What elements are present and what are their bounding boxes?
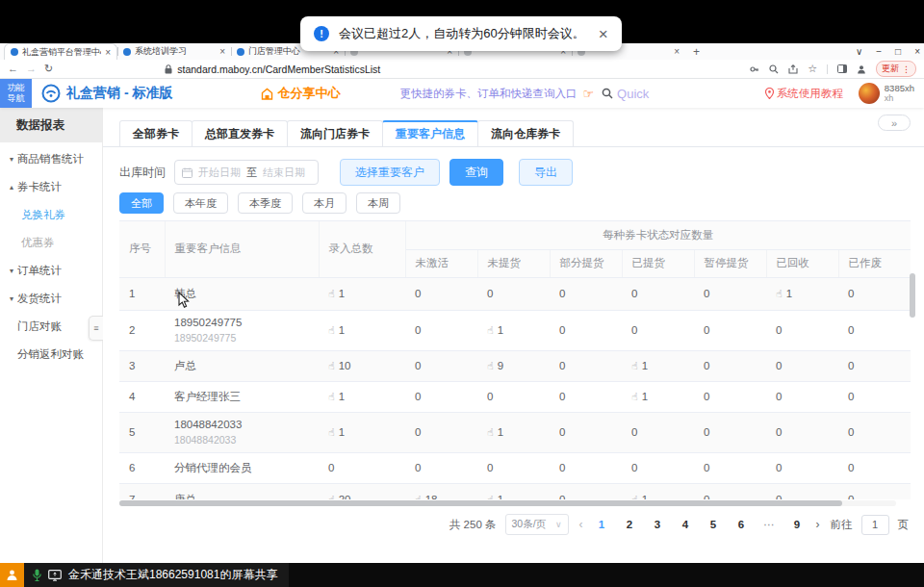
table-row: 6分销代理的会员00000000 bbox=[119, 452, 911, 483]
forward-icon[interactable]: → bbox=[26, 64, 37, 74]
user-avatar[interactable] bbox=[859, 83, 880, 104]
sidebar-item[interactable]: ▾订单统计 bbox=[0, 257, 102, 285]
browser-update-button[interactable]: 更新 ⋮ bbox=[876, 61, 916, 77]
goto-page-input[interactable]: 1 bbox=[861, 515, 889, 535]
vertical-scrollbar-thumb[interactable] bbox=[910, 273, 915, 318]
start-date-placeholder: 开始日期 bbox=[198, 166, 241, 180]
key-icon[interactable] bbox=[750, 64, 759, 74]
bookmark-star-icon[interactable]: ☆ bbox=[808, 64, 817, 74]
prev-page-button[interactable]: ‹ bbox=[578, 518, 585, 531]
tab-close-icon[interactable]: × bbox=[219, 46, 225, 57]
sidebar-item[interactable]: 兑换礼券 bbox=[0, 201, 102, 229]
count-link[interactable]: ☝1 bbox=[631, 391, 648, 402]
sidebar-item[interactable]: 分销返利对账 bbox=[0, 341, 102, 369]
count-link[interactable]: ☝1 bbox=[776, 288, 792, 299]
tab-overflow-button[interactable]: » bbox=[878, 115, 911, 131]
next-page-button[interactable]: › bbox=[814, 518, 822, 531]
customer-name: 18950249775 bbox=[174, 317, 319, 329]
count-link[interactable]: ☝1 bbox=[487, 494, 503, 500]
content-tab[interactable]: 总部直发券卡 bbox=[192, 120, 288, 146]
count-link[interactable]: ☝20 bbox=[328, 494, 351, 500]
window-menu-icon[interactable]: ∨ bbox=[856, 46, 862, 57]
page-size-select[interactable]: 30条/页 ∨ bbox=[505, 514, 569, 535]
content-tab[interactable]: 流向仓库券卡 bbox=[477, 120, 574, 146]
date-range-input[interactable]: 开始日期 至 结束日期 bbox=[174, 160, 319, 185]
hand-pointer-icon: ☝ bbox=[487, 426, 494, 438]
customer-name: 18048842033 bbox=[174, 419, 319, 431]
page-number[interactable]: 6 bbox=[733, 519, 750, 530]
cell-count: 0 bbox=[838, 412, 911, 452]
quick-range-button[interactable]: 本周 bbox=[356, 192, 400, 214]
cell-no: 6 bbox=[119, 452, 165, 483]
count-link[interactable]: ☝10 bbox=[328, 360, 351, 371]
page-number[interactable]: 4 bbox=[678, 519, 694, 530]
count-link[interactable]: ☝9 bbox=[487, 360, 503, 371]
address-field[interactable]: standard.maboy.cn/CardMemberStatisticsLi… bbox=[165, 61, 742, 78]
count-value: 9 bbox=[498, 360, 503, 371]
pointing-hand-icon: ☞ bbox=[582, 87, 594, 101]
query-button[interactable]: 查询 bbox=[449, 159, 503, 186]
hand-pointer-icon: ☝ bbox=[415, 494, 422, 500]
count-link[interactable]: ☝1 bbox=[487, 324, 503, 336]
window-minimize-button[interactable]: − bbox=[876, 46, 882, 57]
select-customer-button[interactable]: 选择重要客户 bbox=[340, 159, 440, 186]
window-close-button[interactable]: × bbox=[914, 46, 920, 57]
count-link[interactable]: ☝1 bbox=[328, 391, 345, 402]
new-tab-button[interactable]: + bbox=[685, 43, 707, 60]
tutorial-link[interactable]: 系统使用教程 bbox=[765, 87, 843, 101]
tab-close-icon[interactable]: × bbox=[105, 47, 111, 58]
quick-search-button[interactable]: Quick bbox=[602, 87, 649, 101]
count-link[interactable]: ☝1 bbox=[631, 360, 648, 371]
count-link[interactable]: ☝1 bbox=[487, 426, 503, 438]
function-nav-badge[interactable]: 功能 导航 bbox=[0, 79, 32, 108]
user-block[interactable]: 8385xh xh bbox=[885, 84, 914, 103]
count-link[interactable]: ☝1 bbox=[328, 288, 345, 299]
zoom-icon[interactable] bbox=[769, 64, 779, 74]
window-maximize-button[interactable]: □ bbox=[895, 46, 901, 57]
page-number[interactable]: 5 bbox=[706, 519, 722, 530]
share-center-link[interactable]: 仓分享中心 bbox=[261, 85, 340, 102]
count-link[interactable]: ☝18 bbox=[415, 494, 438, 500]
sidebar-item-label: 兑换礼券 bbox=[21, 208, 65, 222]
content-tab[interactable]: 重要客户信息 bbox=[382, 120, 478, 146]
count-value: 0 bbox=[559, 360, 565, 371]
sidebar-item[interactable]: ▾发货统计 bbox=[0, 285, 102, 313]
page-number[interactable]: 2 bbox=[622, 519, 638, 530]
share-icon[interactable] bbox=[788, 64, 798, 74]
quick-range-button[interactable]: 全部 bbox=[119, 192, 164, 214]
count-link[interactable]: ☝1 bbox=[631, 494, 648, 500]
count-value: 0 bbox=[415, 324, 421, 336]
toast-close-icon[interactable]: × bbox=[599, 26, 608, 42]
count-value: 0 bbox=[776, 494, 782, 499]
browser-tab[interactable]: 礼盒营销平台管理中心× bbox=[4, 43, 117, 60]
sidebar-item[interactable]: ▾商品销售统计 bbox=[0, 145, 102, 173]
page-number[interactable]: 1 bbox=[594, 519, 610, 530]
back-icon[interactable]: ← bbox=[8, 64, 18, 74]
page-number[interactable]: 3 bbox=[650, 519, 666, 530]
cell-count: 0 bbox=[694, 277, 766, 310]
cell-customer: 唐总 bbox=[165, 483, 319, 499]
filter-row: 出库时间 开始日期 至 结束日期 选择重要客户 查询 导出 bbox=[119, 159, 909, 186]
sidebar-item[interactable]: 优惠券 bbox=[0, 229, 102, 257]
export-button[interactable]: 导出 bbox=[519, 159, 573, 186]
browser-tab[interactable]: 系统培训学习× bbox=[117, 43, 231, 60]
cell-count: 0 bbox=[766, 452, 838, 483]
reload-icon[interactable]: ↻ bbox=[44, 64, 53, 74]
sidebar-collapse-handle[interactable]: ≡ bbox=[89, 316, 103, 341]
quick-range-button[interactable]: 本季度 bbox=[238, 192, 293, 214]
side-panel-icon[interactable] bbox=[837, 64, 847, 73]
quick-range-button[interactable]: 本年度 bbox=[173, 192, 228, 214]
quick-range-button[interactable]: 本月 bbox=[302, 192, 346, 214]
count-link[interactable]: ☝1 bbox=[328, 324, 345, 336]
count-link[interactable]: ☝1 bbox=[328, 426, 345, 438]
sidebar-item[interactable]: ▴券卡统计 bbox=[0, 173, 102, 201]
profile-icon[interactable] bbox=[857, 64, 866, 74]
content-tab[interactable]: 流向门店券卡 bbox=[287, 120, 383, 146]
content-tab[interactable]: 全部券卡 bbox=[119, 120, 192, 146]
sidebar-item[interactable]: 门店对账 bbox=[0, 313, 102, 341]
horizontal-scrollbar-thumb[interactable] bbox=[119, 500, 842, 506]
cell-count: 0 bbox=[766, 483, 838, 499]
meeting-app-icon[interactable] bbox=[0, 563, 24, 587]
page-number[interactable]: 9 bbox=[789, 519, 806, 530]
tab-close-icon[interactable]: × bbox=[674, 46, 680, 57]
